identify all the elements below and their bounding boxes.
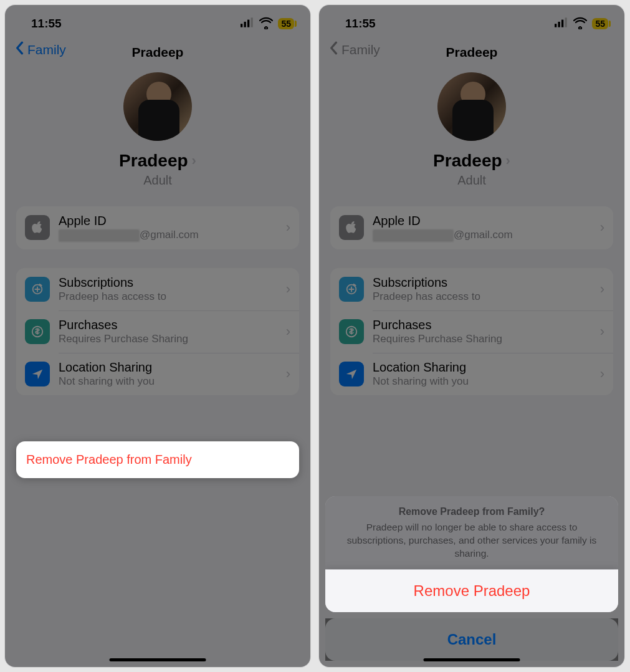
sheet-title: Remove Pradeep from Family?	[338, 506, 606, 517]
row-subtitle: Requires Purchase Sharing	[373, 333, 600, 345]
subscriptions-row[interactable]: Subscriptions Pradeep has access to ›	[330, 268, 613, 310]
row-subtitle: Pradeep has access to	[373, 290, 600, 303]
row-title: Location Sharing	[59, 360, 286, 375]
back-label: Family	[341, 42, 380, 57]
row-subtitle: Not sharing with you	[59, 375, 286, 388]
row-title: Purchases	[373, 318, 600, 332]
wifi-icon	[573, 16, 587, 32]
row-subtitle: Not sharing with you	[373, 375, 600, 388]
svg-rect-2	[247, 19, 249, 27]
chevron-left-icon	[12, 41, 26, 58]
cancel-label: Cancel	[447, 631, 497, 648]
sheet-message: Pradeep will no longer be able to share …	[338, 521, 606, 560]
chevron-right-icon: ›	[192, 153, 196, 169]
row-title: Subscriptions	[59, 276, 286, 290]
remove-label: Remove Pradeep from Family	[26, 453, 289, 467]
nav-bar: Family Pradeep	[5, 39, 310, 66]
subscriptions-icon	[339, 277, 364, 302]
apple-logo-icon	[339, 215, 364, 240]
back-button[interactable]: Family	[327, 41, 380, 58]
profile-name-row[interactable]: Pradeep ›	[119, 151, 196, 171]
svg-rect-1	[244, 21, 246, 27]
confirm-remove-button[interactable]: Remove Pradeep	[325, 570, 618, 612]
email-domain: @gmail.com	[454, 229, 513, 241]
profile-header: Pradeep › Adult	[319, 72, 624, 188]
profile-name-row[interactable]: Pradeep ›	[433, 151, 510, 171]
screenshot-right: 11:55 55 Family Pradeep Pradeep › Adult	[319, 5, 624, 667]
apple-id-label: Apple ID	[59, 214, 286, 228]
status-time: 11:55	[345, 17, 376, 31]
cellular-icon	[241, 16, 254, 32]
redacted-email	[59, 229, 140, 242]
nav-title: Pradeep	[446, 45, 498, 60]
chevron-right-icon: ›	[600, 281, 604, 297]
back-button[interactable]: Family	[12, 41, 66, 58]
email-domain: @gmail.com	[140, 229, 199, 241]
location-arrow-icon	[25, 362, 50, 386]
subscriptions-row[interactable]: Subscriptions Pradeep has access to ›	[16, 268, 299, 310]
apple-logo-icon	[25, 215, 50, 240]
purchases-icon	[339, 319, 364, 344]
apple-id-email: @gmail.com	[59, 229, 286, 242]
avatar[interactable]	[123, 72, 192, 141]
back-label: Family	[27, 42, 66, 57]
remove-from-family-button[interactable]: Remove Pradeep from Family	[16, 441, 299, 478]
purchases-row[interactable]: Purchases Requires Purchase Sharing ›	[16, 310, 299, 353]
battery-indicator: 55	[278, 18, 294, 29]
cellular-icon	[555, 16, 568, 32]
screenshot-left: 11:55 55 Family Pradeep Pradeep › Adult	[5, 5, 310, 667]
subscriptions-icon	[25, 277, 50, 302]
profile-name: Pradeep	[433, 151, 502, 171]
svg-rect-0	[241, 24, 242, 27]
chevron-right-icon: ›	[600, 219, 604, 236]
apple-id-email: @gmail.com	[373, 229, 600, 242]
profile-header: Pradeep › Adult	[5, 72, 310, 188]
profile-role: Adult	[143, 173, 172, 188]
chevron-right-icon: ›	[286, 219, 290, 236]
svg-rect-6	[555, 24, 556, 27]
sharing-group: Subscriptions Pradeep has access to › Pu…	[330, 268, 613, 395]
chevron-left-icon	[327, 41, 340, 58]
purchases-icon	[25, 319, 50, 344]
chevron-right-icon: ›	[600, 366, 604, 382]
status-bar: 11:55 55	[5, 5, 310, 39]
row-subtitle: Pradeep has access to	[59, 290, 286, 303]
action-sheet-header: Remove Pradeep from Family? Pradeep will…	[325, 496, 618, 569]
apple-id-row[interactable]: Apple ID @gmail.com ›	[330, 206, 613, 249]
chevron-right-icon: ›	[286, 324, 290, 340]
location-arrow-icon	[339, 362, 364, 386]
chevron-right-icon: ›	[506, 153, 510, 169]
row-title: Purchases	[59, 318, 286, 332]
nav-bar: Family Pradeep	[319, 39, 624, 66]
row-title: Subscriptions	[373, 276, 600, 290]
cancel-button[interactable]: Cancel	[325, 618, 618, 661]
chevron-right-icon: ›	[286, 366, 290, 382]
row-title: Location Sharing	[373, 360, 600, 375]
chevron-right-icon: ›	[600, 324, 604, 340]
row-subtitle: Requires Purchase Sharing	[59, 333, 286, 345]
profile-role: Adult	[457, 173, 486, 188]
location-row[interactable]: Location Sharing Not sharing with you ›	[330, 353, 613, 395]
apple-id-row[interactable]: Apple ID @gmail.com ›	[16, 206, 299, 249]
apple-id-group: Apple ID @gmail.com ›	[16, 206, 299, 249]
home-indicator[interactable]	[424, 658, 520, 661]
status-time: 11:55	[31, 17, 62, 31]
action-sheet: Remove Pradeep from Family? Pradeep will…	[319, 496, 624, 667]
svg-rect-9	[565, 17, 567, 27]
nav-title: Pradeep	[132, 45, 184, 60]
svg-rect-7	[558, 21, 560, 27]
home-indicator[interactable]	[110, 658, 206, 661]
action-sheet-card: Remove Pradeep from Family? Pradeep will…	[325, 496, 618, 612]
location-row[interactable]: Location Sharing Not sharing with you ›	[16, 353, 299, 395]
confirm-label: Remove Pradeep	[414, 582, 530, 599]
battery-indicator: 55	[592, 18, 608, 29]
chevron-right-icon: ›	[286, 281, 290, 297]
sharing-group: Subscriptions Pradeep has access to › Pu…	[16, 268, 299, 395]
wifi-icon	[259, 16, 273, 32]
redacted-email	[373, 229, 454, 242]
apple-id-label: Apple ID	[373, 214, 600, 228]
svg-rect-8	[561, 19, 563, 27]
purchases-row[interactable]: Purchases Requires Purchase Sharing ›	[330, 310, 613, 353]
profile-name: Pradeep	[119, 151, 188, 171]
avatar[interactable]	[437, 72, 506, 141]
